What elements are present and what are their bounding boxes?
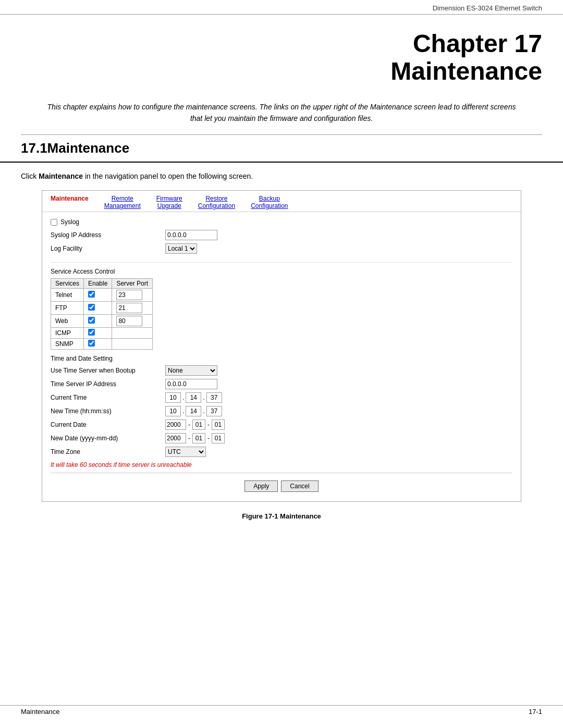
service-enable-snmp xyxy=(84,339,112,350)
table-row: FTP xyxy=(51,302,153,315)
nav-maintenance[interactable]: Maintenance xyxy=(51,195,89,202)
form-divider xyxy=(51,473,512,473)
log-facility-select[interactable]: Local 1 Local 2 Local 3 Local 4 xyxy=(165,243,197,254)
current-time-hour[interactable] xyxy=(165,392,181,403)
log-facility-row: Log Facility Local 1 Local 2 Local 3 Loc… xyxy=(51,243,512,254)
syslog-label: Syslog xyxy=(60,218,79,226)
maintenance-link-ref: Maintenance xyxy=(39,172,83,180)
chapter-title: Chapter 17 Maintenance xyxy=(21,30,542,85)
new-date-day[interactable] xyxy=(212,433,225,443)
snmp-checkbox[interactable] xyxy=(88,340,95,347)
telnet-checkbox[interactable] xyxy=(88,291,95,298)
service-name-web: Web xyxy=(51,315,84,328)
nav-remote-management[interactable]: RemoteManagement xyxy=(104,195,141,209)
new-date-label: New Date (yyyy-mm-dd) xyxy=(51,435,165,442)
time-date-label: Time and Date Setting xyxy=(51,355,512,362)
syslog-checkbox[interactable] xyxy=(51,219,57,226)
web-checkbox[interactable] xyxy=(88,317,95,324)
new-time-sep-1: . xyxy=(182,408,184,415)
icmp-checkbox[interactable] xyxy=(88,329,95,336)
table-row: SNMP xyxy=(51,339,153,350)
current-time-fields: . . xyxy=(165,392,222,403)
footer-right: 17-1 xyxy=(529,708,542,715)
services-table: Services Enable Server Port Telnet FTP xyxy=(51,278,153,350)
nav-firmware-upgrade-label: FirmwareUpgrade xyxy=(156,195,182,209)
screenshot-container: Maintenance RemoteManagement FirmwareUpg… xyxy=(42,190,521,502)
service-port-ftp xyxy=(112,302,153,315)
syslog-section: Syslog Syslog IP Address Log Facility Lo… xyxy=(51,218,512,263)
syslog-checkbox-row: Syslog xyxy=(51,218,512,226)
section-number: 17.1 xyxy=(21,140,47,156)
time-zone-row: Time Zone UTC UTC+1 UTC-1 UTC+5:30 xyxy=(51,447,512,457)
current-date-row: Current Date - - xyxy=(51,419,512,430)
current-date-fields: - - xyxy=(165,419,225,430)
service-port-icmp xyxy=(112,328,153,339)
nav-restore-configuration-label: RestoreConfiguration xyxy=(198,195,235,209)
current-date-label: Current Date xyxy=(51,421,165,428)
service-name-ftp: FTP xyxy=(51,302,84,315)
service-access-section: Service Access Control Services Enable S… xyxy=(51,268,512,350)
current-time-min[interactable] xyxy=(186,392,201,403)
current-time-row: Current Time . . xyxy=(51,392,512,403)
nav-remote-management-label: RemoteManagement xyxy=(104,195,141,209)
current-date-day[interactable] xyxy=(212,419,225,430)
new-date-month[interactable] xyxy=(192,433,205,443)
cancel-button[interactable]: Cancel xyxy=(281,480,318,492)
new-time-min[interactable] xyxy=(186,406,201,416)
use-time-server-row: Use Time Server when Bootup None NTP Day… xyxy=(51,365,512,376)
time-server-ip-label: Time Server IP Address xyxy=(51,380,165,388)
table-row: ICMP xyxy=(51,328,153,339)
warning-text: It will take 60 seconds if time server i… xyxy=(51,461,512,468)
time-zone-label: Time Zone xyxy=(51,448,165,455)
nav-bar: Maintenance RemoteManagement FirmwareUpg… xyxy=(42,191,521,212)
telnet-port-input[interactable] xyxy=(116,290,142,300)
ftp-checkbox[interactable] xyxy=(88,304,95,311)
nav-backup-configuration[interactable]: BackupConfiguration xyxy=(251,195,288,209)
services-col-header: Services xyxy=(51,279,84,289)
table-row: Web xyxy=(51,315,153,328)
time-zone-select[interactable]: UTC UTC+1 UTC-1 UTC+5:30 xyxy=(165,447,206,457)
syslog-ip-row: Syslog IP Address xyxy=(51,230,512,240)
service-enable-web xyxy=(84,315,112,328)
page-footer: Maintenance 17-1 xyxy=(0,705,563,718)
time-sep-1: . xyxy=(182,394,184,401)
new-time-hour[interactable] xyxy=(165,406,181,416)
chapter-number: Chapter 17 xyxy=(413,30,542,57)
current-date-year[interactable] xyxy=(165,419,186,430)
time-server-ip-input[interactable] xyxy=(165,379,217,389)
table-row: Telnet xyxy=(51,289,153,302)
ftp-port-input[interactable] xyxy=(116,303,142,313)
use-time-server-label: Use Time Server when Bootup xyxy=(51,367,165,374)
btn-row: Apply Cancel xyxy=(51,477,512,495)
date-sep-2: - xyxy=(207,421,210,428)
nav-firmware-upgrade[interactable]: FirmwareUpgrade xyxy=(156,195,182,209)
new-date-year[interactable] xyxy=(165,433,186,443)
chapter-section: Chapter 17 Maintenance xyxy=(0,15,563,96)
service-name-icmp: ICMP xyxy=(51,328,84,339)
footer-left: Maintenance xyxy=(21,708,59,715)
current-date-month[interactable] xyxy=(192,419,205,430)
intro-paragraph: This chapter explains how to configure t… xyxy=(0,96,563,135)
new-date-sep-2: - xyxy=(207,435,210,442)
header-title: Dimension ES-3024 Ethernet Switch xyxy=(433,4,542,12)
use-time-server-select[interactable]: None NTP Daytime Time xyxy=(165,365,217,376)
syslog-ip-input[interactable] xyxy=(165,230,217,240)
nav-restore-configuration[interactable]: RestoreConfiguration xyxy=(198,195,235,209)
new-time-row: New Time (hh:mm:ss) . . xyxy=(51,406,512,416)
server-port-col-header: Server Port xyxy=(112,279,153,289)
apply-button[interactable]: Apply xyxy=(244,480,278,492)
web-port-input[interactable] xyxy=(116,316,142,326)
new-date-fields: - - xyxy=(165,433,225,443)
service-name-telnet: Telnet xyxy=(51,289,84,302)
service-access-label: Service Access Control xyxy=(51,268,512,275)
service-enable-ftp xyxy=(84,302,112,315)
new-time-fields: . . xyxy=(165,406,222,416)
service-port-snmp xyxy=(112,339,153,350)
service-enable-telnet xyxy=(84,289,112,302)
time-date-section: Time and Date Setting Use Time Server wh… xyxy=(51,355,512,457)
current-time-sec[interactable] xyxy=(206,392,222,403)
new-time-sec[interactable] xyxy=(206,406,222,416)
form-area: Syslog Syslog IP Address Log Facility Lo… xyxy=(42,212,521,501)
date-sep-1: - xyxy=(188,421,190,428)
section-title: Maintenance xyxy=(47,140,130,156)
